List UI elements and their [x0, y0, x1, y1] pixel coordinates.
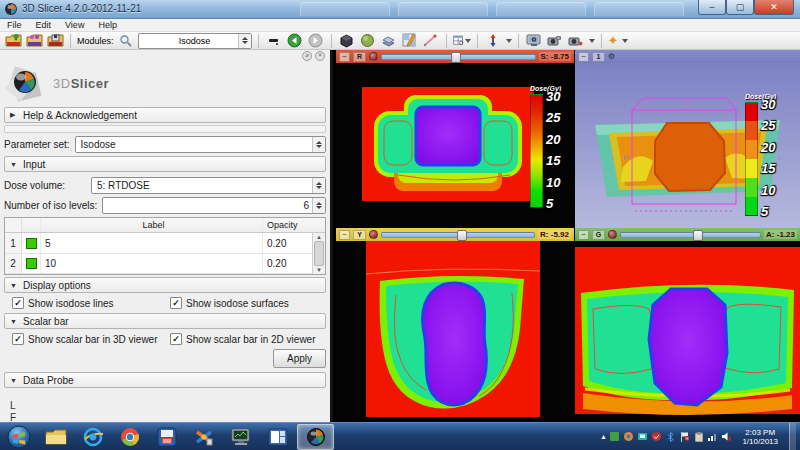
input-section-header[interactable]: ▼ Input — [4, 156, 326, 172]
yellow-slice-viewport[interactable] — [336, 241, 574, 422]
hidden-icons-button[interactable]: ▴ — [601, 432, 605, 441]
iso-levels-spinbox[interactable]: 6 — [102, 197, 326, 214]
scene-views-dropdown[interactable] — [589, 39, 595, 43]
dose-gradient — [745, 102, 758, 216]
menu-help[interactable]: Help — [98, 20, 117, 30]
module-selector-arrows[interactable] — [238, 34, 251, 48]
tray-clock[interactable]: 2:03 PM 1/10/2013 — [736, 428, 784, 446]
screen-capture-button[interactable] — [525, 33, 543, 48]
dose-volume-select[interactable]: 5: RTDOSE — [91, 177, 326, 194]
annotations-ruler-button[interactable] — [422, 33, 440, 48]
module-selector[interactable]: Isodose — [138, 33, 252, 49]
taskbar-item-save-app[interactable] — [149, 425, 184, 449]
green-slice-controller-bar[interactable]: – G A: -1.23 — [575, 228, 800, 241]
show-desktop-button[interactable] — [789, 423, 796, 450]
tray-clipboard-icon[interactable] — [694, 432, 703, 441]
threed-view-minimize-button[interactable]: – — [578, 52, 589, 62]
checkbox-show-isodose-lines[interactable]: ✓ Show isodose lines — [4, 297, 170, 309]
red-slice-pin-icon[interactable] — [369, 52, 378, 61]
table-row[interactable]: 2 10 0.20 — [5, 254, 325, 274]
checkbox-show-isodose-surfaces[interactable]: ✓ Show isodose surfaces — [170, 297, 289, 309]
models-module-button[interactable] — [359, 33, 377, 48]
green-slice-viewport[interactable] — [575, 241, 800, 422]
threed-view-pin-icon[interactable]: ⚙ — [608, 52, 615, 61]
threed-viewport[interactable]: S R L Dose(Gy) 30 25 20 15 10 5 — [575, 63, 800, 228]
volume-muted-icon[interactable] — [722, 432, 731, 441]
scene-capture-button[interactable] — [546, 33, 564, 48]
module-history-button[interactable] — [265, 33, 283, 48]
parameter-set-select[interactable]: Isodose — [75, 136, 326, 153]
yellow-slice-slider[interactable] — [381, 232, 535, 238]
red-slice-viewport[interactable]: Dose(Gy) 30 25 20 15 10 5 — [336, 63, 574, 228]
display-options-header[interactable]: ▼ Display options — [4, 277, 326, 293]
isodose-table[interactable]: Label Opacity 1 5 0.20 2 10 0.20 ▲ — [4, 217, 326, 275]
dose-gradient — [530, 94, 543, 208]
tray-display-icon[interactable] — [638, 432, 647, 441]
taskbar-item-chrome[interactable] — [112, 425, 147, 449]
scroll-up-icon[interactable]: ▲ — [316, 234, 322, 240]
scene-views-button[interactable] — [567, 33, 585, 48]
tray-security-shield-icon[interactable] — [652, 432, 661, 441]
editor-module-button[interactable] — [401, 33, 419, 48]
taskbar-item-xapp[interactable] — [186, 425, 221, 449]
minimize-button[interactable]: – — [698, 0, 726, 15]
taskbar-item-slicer[interactable] — [297, 424, 334, 450]
load-data-button[interactable] — [4, 33, 22, 48]
table-row[interactable]: 1 5 0.20 — [5, 233, 325, 253]
tray-app-green-icon[interactable] — [610, 432, 619, 441]
module-forward-button[interactable] — [307, 33, 325, 48]
yellow-slice-controller-bar[interactable]: – Y R: -5.92 — [336, 228, 574, 241]
module-back-button[interactable] — [286, 33, 304, 48]
green-slice-minimize-button[interactable]: – — [578, 230, 589, 240]
checkbox-scalar-bar-2d[interactable]: ✓ Show scalar bar in 2D viewer — [170, 333, 316, 345]
help-acknowledgement-header[interactable]: ▶ Help & Acknowledgement — [4, 107, 326, 123]
iso-color-swatch[interactable] — [26, 258, 37, 269]
network-signal-icon[interactable] — [708, 432, 717, 441]
menu-file[interactable]: File — [7, 20, 22, 30]
taskbar-item-remote-display[interactable] — [223, 425, 258, 449]
green-slice-slider[interactable] — [620, 232, 761, 238]
close-button[interactable]: ✕ — [754, 0, 794, 15]
start-button[interactable] — [1, 425, 36, 449]
iso-color-swatch[interactable] — [26, 238, 37, 249]
maximize-button[interactable]: ▢ — [726, 0, 754, 15]
taskbar-item-window-app[interactable] — [260, 425, 295, 449]
bluetooth-icon[interactable] — [666, 432, 675, 441]
red-slice-minimize-button[interactable]: – — [339, 52, 350, 62]
load-dicom-button[interactable] — [25, 33, 43, 48]
panel-hide-button[interactable]: ✕ — [315, 51, 325, 61]
scroll-down-icon[interactable]: ▼ — [316, 267, 322, 273]
layout-selector-button[interactable] — [453, 33, 471, 48]
scalar-bar-header[interactable]: ▼ Scalar bar — [4, 313, 326, 329]
window-titlebar[interactable]: 3D Slicer 4.2.0-2012-11-21 – ▢ ✕ — [0, 0, 800, 19]
menu-edit[interactable]: Edit — [36, 20, 52, 30]
tray-flag-icon[interactable] — [680, 432, 689, 441]
extensions-dropdown[interactable] — [622, 39, 628, 43]
panel-undock-button[interactable]: ⌀ — [302, 51, 312, 61]
tray-update-icon[interactable] — [624, 432, 633, 441]
coronal-dose-image — [575, 241, 800, 422]
checkbox-scalar-bar-3d[interactable]: ✓ Show scalar bar in 3D viewer — [4, 333, 170, 345]
volume-rendering-cube-icon[interactable] — [338, 33, 356, 48]
menu-view[interactable]: View — [65, 20, 84, 30]
module-search-icon[interactable] — [117, 33, 135, 48]
save-button[interactable] — [46, 33, 64, 48]
red-slice-slider[interactable] — [381, 54, 536, 60]
crosshair-dropdown[interactable] — [506, 39, 512, 43]
checkmark-icon: ✓ — [12, 297, 24, 309]
desktop: 3D Slicer 4.2.0-2012-11-21 – ▢ ✕ File Ed… — [0, 0, 800, 450]
taskbar-item-ie[interactable] — [75, 425, 110, 449]
table-scrollbar[interactable]: ▲ ▼ — [312, 233, 325, 274]
yellow-slice-minimize-button[interactable]: – — [339, 230, 350, 240]
data-probe-header[interactable]: ▼ Data Probe — [4, 372, 326, 388]
isodose-table-header: Label Opacity — [5, 218, 325, 233]
threed-view-controller-bar[interactable]: – 1 ⚙ — [575, 50, 800, 63]
apply-button[interactable]: Apply — [273, 349, 326, 368]
volumes-module-button[interactable] — [380, 33, 398, 48]
red-slice-controller-bar[interactable]: – R S: -8.75 — [336, 50, 574, 63]
taskbar-item-explorer[interactable] — [38, 425, 73, 449]
extensions-star-button[interactable]: ✦ — [608, 34, 619, 47]
yellow-slice-pin-icon[interactable] — [369, 230, 378, 239]
green-slice-pin-icon[interactable] — [608, 230, 617, 239]
crosshair-button[interactable] — [484, 33, 502, 48]
